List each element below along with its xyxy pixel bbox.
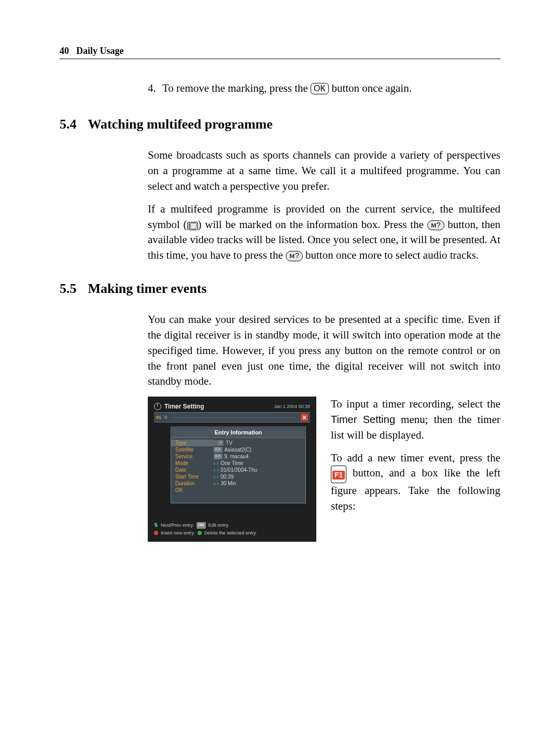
field-prefix-tag: EX bbox=[214, 447, 222, 453]
list-text: To remove the marking, press the OK butt… bbox=[162, 81, 412, 96]
leftright-arrow-icon: ‹ › bbox=[214, 481, 218, 486]
close-icon: ✕ bbox=[301, 414, 308, 421]
entry-field-row: Type‹›TV bbox=[171, 440, 305, 446]
dialog-legend: ⇅ Next/Prev entry. OK Edit entry. Insert… bbox=[154, 522, 310, 537]
field-value: TV bbox=[226, 440, 232, 446]
row-index: 01 bbox=[156, 415, 161, 420]
entry-field-row: Duration‹ ›30 Min bbox=[171, 480, 305, 487]
field-label: OK bbox=[175, 487, 214, 493]
paragraph: You can make your desired services to be… bbox=[148, 312, 500, 389]
entry-information-panel: Entry Information Type‹›TVSatelliteEXAsi… bbox=[171, 427, 306, 503]
field-label: Start Time bbox=[175, 474, 214, 480]
clock-icon bbox=[154, 403, 161, 410]
f1-keycap-icon: F1 bbox=[331, 466, 346, 483]
list-number: 4. bbox=[148, 81, 162, 96]
panel-title: Entry Information bbox=[171, 427, 305, 438]
leftright-arrow-icon: ‹ › bbox=[214, 467, 218, 473]
ok-key-icon: OK bbox=[197, 522, 206, 529]
dialog-datetime: Jan 1 2004 00:38 bbox=[274, 404, 310, 409]
entry-field-row: ServiceEX9. macau4 bbox=[171, 453, 305, 460]
field-value: One Time bbox=[220, 460, 243, 466]
field-label: Date bbox=[175, 467, 214, 473]
leftright-arrow-icon: ‹ › bbox=[214, 474, 218, 480]
entry-field-row: Mode‹ ›One Time bbox=[171, 460, 305, 467]
field-value: 01/01/2004-Thu bbox=[220, 467, 257, 473]
paragraph: Some broadcasts such as sports channels … bbox=[148, 148, 500, 194]
dialog-title: Timer Setting bbox=[164, 403, 204, 410]
section-number: 5.4 bbox=[60, 117, 77, 132]
field-value: 00:39 bbox=[220, 474, 233, 480]
row-service-num: 9 bbox=[164, 415, 167, 420]
field-label: Duration bbox=[175, 481, 214, 486]
multifeed-icon bbox=[187, 222, 198, 230]
paragraph: To add a new timer event, press the F1 b… bbox=[331, 451, 500, 514]
entry-field-row: OK bbox=[171, 487, 305, 494]
red-dot-icon bbox=[154, 531, 158, 535]
timer-list-row: 01 9 ✕ bbox=[154, 412, 310, 423]
entry-field-row: Start Time‹ ›00:39 bbox=[171, 473, 305, 480]
field-prefix-tag: EX bbox=[214, 454, 222, 459]
paragraph: If a multifeed programme is provided on … bbox=[148, 202, 500, 263]
page-number: 40 bbox=[60, 46, 69, 57]
chapter-title: Daily Usage bbox=[76, 46, 124, 57]
green-dot-icon bbox=[198, 531, 202, 535]
entry-field-row: SatelliteEXAsiasat2(C) bbox=[171, 446, 305, 453]
timer-setting-screenshot: Timer Setting Jan 1 2004 00:38 01 9 ✕ En… bbox=[148, 397, 316, 542]
field-value: Asiasat2(C) bbox=[225, 447, 251, 453]
section-title: Making timer events bbox=[88, 281, 207, 297]
field-label: Satellite bbox=[175, 447, 214, 453]
section-heading-5-4: 5.4 Watching multifeed programme bbox=[60, 117, 500, 132]
leftright-arrow-icon: ‹ › bbox=[214, 460, 218, 466]
field-prefix-tag: ‹› bbox=[218, 440, 223, 446]
field-value: 9. macau4 bbox=[225, 454, 249, 459]
page: 40 Daily Usage 4. To remove the marking,… bbox=[0, 0, 560, 746]
audio-query-button-icon: ᴍ? bbox=[286, 251, 303, 261]
section-title: Watching multifeed programme bbox=[88, 117, 273, 132]
entry-field-row: Date‹ ›01/01/2004-Thu bbox=[171, 467, 305, 473]
updown-arrow-icon: ⇅ bbox=[154, 522, 158, 529]
section-number: 5.5 bbox=[60, 281, 77, 297]
ok-keycap-icon: OK bbox=[311, 83, 329, 94]
field-label: Type bbox=[171, 440, 218, 446]
section-heading-5-5: 5.5 Making timer events bbox=[60, 281, 500, 297]
menu-name: Timer Setting bbox=[331, 414, 395, 425]
paragraph: To input a timer recording, select the T… bbox=[331, 397, 500, 443]
running-header: 40 Daily Usage bbox=[60, 46, 500, 59]
field-label: Mode bbox=[175, 460, 214, 466]
field-value: 30 Min bbox=[220, 481, 236, 486]
audio-query-button-icon: ᴍ? bbox=[427, 220, 444, 231]
list-item-4: 4. To remove the marking, press the OK b… bbox=[148, 81, 500, 96]
field-label: Service bbox=[175, 454, 214, 459]
